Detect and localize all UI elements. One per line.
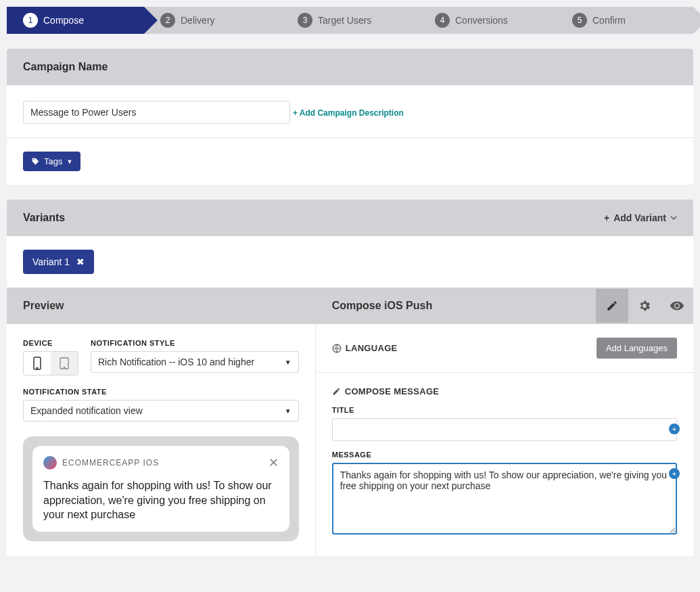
tag-icon <box>31 157 40 166</box>
compose-message-label: COMPOSE MESSAGE <box>345 386 440 396</box>
style-select[interactable]: Rich Notification -- iOS 10 and higher ▼ <box>91 351 299 373</box>
step-confirm[interactable]: 5 Confirm <box>556 7 693 34</box>
variant-chip[interactable]: Variant 1 ✖ <box>23 250 94 274</box>
add-personalization-button[interactable]: + <box>669 424 680 434</box>
tablet-icon <box>60 357 69 369</box>
step-num: 2 <box>160 13 175 28</box>
eye-icon <box>670 298 684 313</box>
language-label: LANGUAGE <box>346 343 398 353</box>
campaign-name-input[interactable] <box>23 101 290 124</box>
preview-header: Preview <box>7 288 316 324</box>
caret-down-icon: ▼ <box>285 407 291 415</box>
caret-down-icon: ▼ <box>66 158 72 165</box>
notification-message-preview: Thanks again for shopping with us! To sh… <box>43 478 279 522</box>
variants-panel: Variants + Add Variant Variant 1 ✖ Previ… <box>7 200 693 556</box>
variants-header: Variants <box>23 212 65 224</box>
device-tablet-option[interactable] <box>51 352 78 375</box>
title-label: TITLE <box>332 406 677 414</box>
wizard-steps: 1 Compose 2 Delivery 3 Target Users 4 Co… <box>7 7 693 34</box>
state-value: Expanded notification view <box>30 405 143 416</box>
add-variant-button[interactable]: + Add Variant <box>604 212 677 223</box>
add-personalization-button[interactable]: + <box>669 468 680 479</box>
svg-point-4 <box>64 367 64 367</box>
add-languages-button[interactable]: Add Languages <box>597 338 677 359</box>
state-label: NOTIFICATION STATE <box>23 388 299 396</box>
variant-chip-label: Variant 1 <box>32 256 70 267</box>
notification-preview: ECOMMERCEAPP IOS ✕ Thanks again for shop… <box>23 436 299 541</box>
caret-down-icon: ▼ <box>285 359 291 366</box>
svg-point-2 <box>37 367 38 369</box>
device-label: DEVICE <box>23 339 78 347</box>
step-label: Conversions <box>455 15 508 26</box>
notification-app-name: ECOMMERCEAPP IOS <box>62 458 263 468</box>
compose-header-row: Preview Compose iOS Push <box>7 288 693 324</box>
step-num: 4 <box>435 13 450 28</box>
campaign-header: Campaign Name <box>7 49 693 85</box>
device-toggle <box>23 351 78 375</box>
step-label: Compose <box>43 15 84 26</box>
add-variant-label: Add Variant <box>613 212 666 223</box>
step-delivery[interactable]: 2 Delivery <box>144 7 281 34</box>
edit-tab-button[interactable] <box>596 289 628 323</box>
add-description-link[interactable]: Add Campaign Description <box>293 108 404 118</box>
step-num: 5 <box>572 13 587 28</box>
step-target-users[interactable]: 3 Target Users <box>281 7 419 34</box>
step-conversions[interactable]: 4 Conversions <box>419 7 556 34</box>
settings-tab-button[interactable] <box>628 289 661 323</box>
step-label: Target Users <box>318 15 371 26</box>
style-value: Rich Notification -- iOS 10 and higher <box>98 357 254 367</box>
close-icon[interactable]: ✕ <box>269 455 279 470</box>
compose-ios-header: Compose iOS Push <box>332 300 432 312</box>
preview-column: DEVICE NOTIFICATION STYLE <box>7 324 316 556</box>
phone-icon <box>33 357 41 370</box>
preview-tab-button[interactable] <box>661 289 693 323</box>
globe-icon <box>332 344 342 353</box>
tags-label: Tags <box>44 156 62 166</box>
app-icon <box>43 456 57 470</box>
close-icon[interactable]: ✖ <box>76 256 85 267</box>
tags-button[interactable]: Tags ▼ <box>23 152 80 171</box>
style-label: NOTIFICATION STYLE <box>91 339 299 347</box>
gear-icon <box>638 299 651 313</box>
campaign-panel: Campaign Name Add Campaign Description T… <box>7 49 693 185</box>
message-textarea[interactable] <box>332 463 677 534</box>
step-label: Confirm <box>592 15 626 26</box>
svg-point-0 <box>33 159 34 160</box>
message-label: MESSAGE <box>332 451 677 459</box>
chevron-down-icon <box>670 214 677 221</box>
step-compose[interactable]: 1 Compose <box>7 7 144 34</box>
edit-icon <box>332 387 341 396</box>
step-num: 1 <box>23 13 38 28</box>
compose-column: LANGUAGE Add Languages COMPOSE MESSAGE T… <box>316 324 693 556</box>
pencil-icon <box>606 300 618 312</box>
step-label: Delivery <box>181 15 215 26</box>
device-phone-option[interactable] <box>24 352 51 375</box>
state-select[interactable]: Expanded notification view ▼ <box>23 400 299 422</box>
title-input[interactable] <box>332 418 677 441</box>
step-num: 3 <box>298 13 312 28</box>
